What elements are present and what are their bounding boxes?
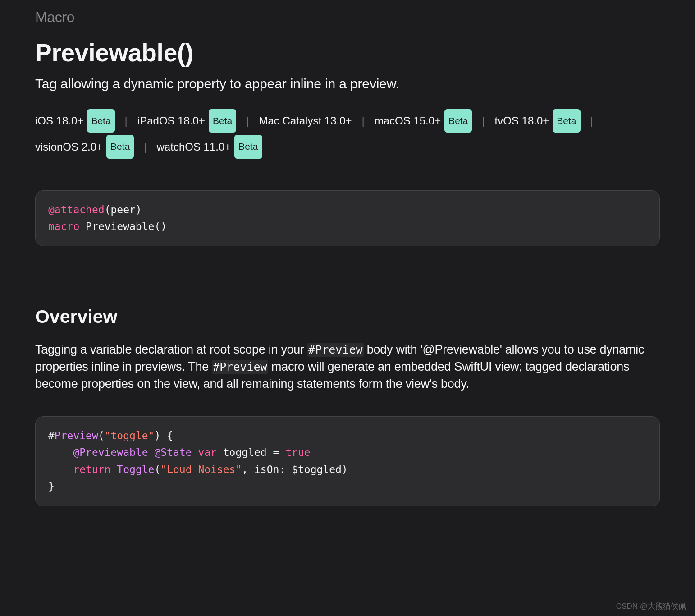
category-label: Macro	[35, 9, 660, 26]
platform-item: iOS 18.0+Beta	[35, 108, 115, 134]
code-indent-1	[48, 446, 73, 458]
platform-separator: |	[362, 108, 365, 134]
attached-attribute: @attached	[48, 204, 105, 216]
code-state-attr: @State	[154, 446, 192, 458]
code-toggle-type: Toggle	[117, 464, 154, 475]
platform-item: visionOS 2.0+Beta	[35, 134, 134, 160]
code-space-2	[192, 446, 198, 458]
platform-name: visionOS 2.0+	[35, 134, 103, 160]
code-return-kw: return	[73, 464, 110, 475]
divider	[35, 276, 660, 276]
code-paren-close-brace: ) {	[154, 430, 173, 441]
example-code-block: #Preview("toggle") { @Previewable @State…	[35, 416, 660, 506]
beta-badge: Beta	[106, 135, 134, 158]
code-previewable-attr: @Previewable	[73, 446, 148, 458]
beta-badge: Beta	[209, 109, 236, 133]
code-true-kw: true	[285, 446, 310, 458]
code-hash: #	[48, 430, 55, 441]
platform-name: macOS 15.0+	[375, 108, 441, 134]
beta-badge: Beta	[234, 135, 262, 158]
platform-item: Mac Catalyst 13.0+	[259, 108, 352, 134]
platform-separator: |	[590, 108, 593, 134]
platform-item: macOS 15.0+Beta	[375, 108, 472, 134]
beta-badge: Beta	[444, 109, 472, 133]
watermark: CSDN @大熊猫侯佩	[616, 601, 686, 611]
attached-args: (peer)	[105, 204, 142, 216]
code-string-loud: "Loud Noises"	[160, 464, 242, 475]
code-ison-rest: , isOn: $toggled)	[242, 464, 348, 475]
platform-item: iPadOS 18.0+Beta	[137, 108, 236, 134]
page-title: Previewable()	[35, 38, 660, 67]
platform-item: tvOS 18.0+Beta	[495, 108, 581, 134]
code-var-kw: var	[198, 446, 217, 458]
platform-name: iOS 18.0+	[35, 108, 83, 134]
platform-name: Mac Catalyst 13.0+	[259, 108, 352, 134]
platform-separator: |	[125, 108, 128, 134]
overview-paragraph: Tagging a variable declaration at root s…	[35, 341, 660, 393]
macro-name: Previewable()	[79, 221, 167, 232]
platform-separator: |	[246, 108, 249, 134]
overview-text-a: Tagging a variable declaration at root s…	[35, 343, 307, 356]
beta-badge: Beta	[553, 109, 580, 133]
declaration-code-block: @attached(peer) macro Previewable()	[35, 190, 660, 246]
platform-name: tvOS 18.0+	[495, 108, 549, 134]
code-toggled-eq: toggled =	[217, 446, 285, 458]
code-brace-close: }	[48, 480, 55, 492]
code-paren-open: (	[98, 430, 105, 441]
platform-separator: |	[144, 134, 146, 160]
platform-availability: iOS 18.0+Beta|iPadOS 18.0+Beta|Mac Catal…	[35, 108, 660, 160]
inline-code-preview-1: #Preview	[307, 343, 363, 357]
macro-keyword: macro	[48, 221, 79, 232]
overview-heading: Overview	[35, 306, 660, 327]
code-space-1	[148, 446, 155, 458]
platform-separator: |	[482, 108, 485, 134]
code-preview-call: Preview	[55, 430, 98, 441]
beta-badge: Beta	[87, 109, 114, 133]
platform-name: watchOS 11.0+	[157, 134, 231, 160]
code-space-3	[110, 464, 117, 475]
code-string-toggle: "toggle"	[105, 430, 155, 441]
platform-item: watchOS 11.0+Beta	[157, 134, 262, 160]
code-indent-2	[48, 464, 73, 475]
inline-code-preview-2: #Preview	[212, 360, 268, 374]
platform-name: iPadOS 18.0+	[137, 108, 205, 134]
page-summary: Tag allowing a dynamic property to appea…	[35, 76, 660, 92]
code-paren-open-2: (	[154, 464, 160, 475]
